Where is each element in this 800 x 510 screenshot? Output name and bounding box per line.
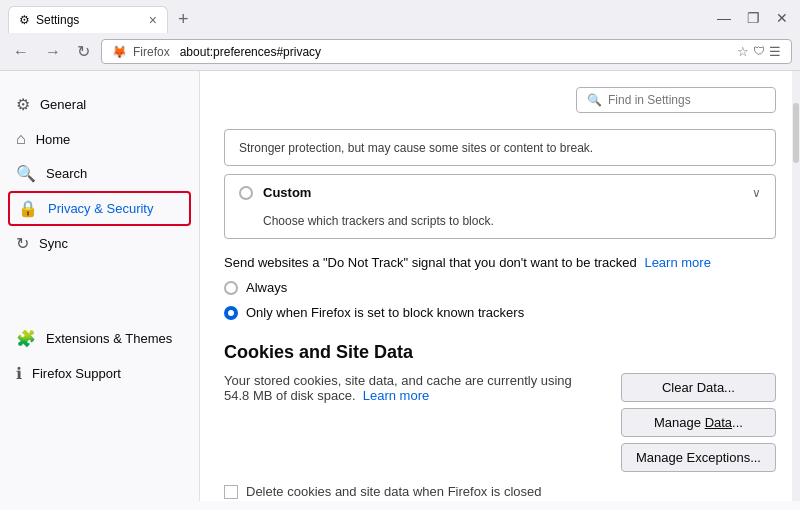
tab-icon: ⚙ (19, 13, 30, 27)
address-bar: 🦊 Firefox about:preferences#privacy ☆ 🛡 … (101, 39, 792, 64)
forward-button[interactable]: → (40, 40, 66, 64)
reload-button[interactable]: ↻ (72, 39, 95, 64)
tab-close-button[interactable]: × (149, 12, 157, 28)
delete-cookies-checkbox[interactable] (224, 485, 238, 499)
sidebar-item-sync[interactable]: ↻ Sync (0, 226, 199, 261)
menu-icon[interactable]: ☰ (769, 44, 781, 59)
sync-icon: ↻ (16, 234, 29, 253)
support-icon: ℹ (16, 364, 22, 383)
stronger-protection-text: Stronger protection, but may cause some … (239, 141, 593, 155)
sidebar-label-support: Firefox Support (32, 366, 121, 381)
custom-option-header[interactable]: Custom ∨ (225, 175, 775, 210)
settings-content: 🔍 Stronger protection, but may cause som… (200, 71, 800, 501)
settings-tab[interactable]: ⚙ Settings × (8, 6, 168, 33)
dnt-text-container: Send websites a "Do Not Track" signal th… (224, 255, 776, 270)
address-text: about:preferences#privacy (180, 45, 731, 59)
clear-data-button[interactable]: Clear Data... (621, 373, 776, 402)
sidebar-label-general: General (40, 97, 86, 112)
dnt-description: Send websites a "Do Not Track" signal th… (224, 255, 637, 270)
sidebar: ⚙ General ⌂ Home 🔍 Search 🔒 Privacy & Se… (0, 71, 200, 501)
firefox-logo-icon: 🦊 (112, 45, 127, 59)
cookies-section: Cookies and Site Data Your stored cookie… (224, 342, 776, 499)
delete-cookies-option[interactable]: Delete cookies and site data when Firefo… (224, 484, 776, 499)
lock-icon: 🔒 (18, 199, 38, 218)
clear-data-label: Clear Data... (662, 380, 735, 395)
manage-exceptions-button[interactable]: Manage Exceptions... (621, 443, 776, 472)
always-radio[interactable] (224, 281, 238, 295)
cookies-actions: Clear Data... Manage Data... Manage Exce… (621, 373, 776, 472)
scrollbar-thumb[interactable] (793, 103, 799, 163)
sidebar-item-privacy[interactable]: 🔒 Privacy & Security (8, 191, 191, 226)
custom-label: Custom (263, 185, 311, 200)
search-sidebar-icon: 🔍 (16, 164, 36, 183)
back-button[interactable]: ← (8, 40, 34, 64)
sidebar-label-sync: Sync (39, 236, 68, 251)
dnt-learn-more-link[interactable]: Learn more (644, 255, 710, 270)
find-input[interactable] (608, 93, 765, 107)
minimize-button[interactable]: — (713, 10, 735, 26)
scrollbar-track (792, 71, 800, 501)
sidebar-label-extensions: Extensions & Themes (46, 331, 172, 346)
tab-title: Settings (36, 13, 79, 27)
cookies-description: Your stored cookies, site data, and cach… (224, 373, 585, 403)
always-label: Always (246, 280, 287, 295)
sidebar-label-privacy: Privacy & Security (48, 201, 153, 216)
manage-data-button[interactable]: Manage Data... (621, 408, 776, 437)
sidebar-label-home: Home (36, 132, 71, 147)
sidebar-item-extensions[interactable]: 🧩 Extensions & Themes (0, 321, 199, 356)
custom-description: Choose which trackers and scripts to blo… (225, 210, 775, 238)
only-when-label: Only when Firefox is set to block known … (246, 305, 524, 320)
bookmark-icon[interactable]: ☆ (737, 44, 749, 59)
delete-cookies-label: Delete cookies and site data when Firefo… (246, 484, 542, 499)
sidebar-item-general[interactable]: ⚙ General (0, 87, 199, 122)
only-when-radio[interactable] (224, 306, 238, 320)
manage-data-text: Manage Data... (654, 415, 743, 430)
close-button[interactable]: ✕ (772, 10, 792, 26)
cookies-learn-more-link[interactable]: Learn more (363, 388, 429, 403)
dnt-section: Send websites a "Do Not Track" signal th… (224, 255, 776, 322)
sidebar-item-support[interactable]: ℹ Firefox Support (0, 356, 199, 391)
sidebar-item-search[interactable]: 🔍 Search (0, 156, 199, 191)
restore-button[interactable]: ❐ (743, 10, 764, 26)
sidebar-item-home[interactable]: ⌂ Home (0, 122, 199, 156)
extensions-icon: 🧩 (16, 329, 36, 348)
browser-label: Firefox (133, 45, 170, 59)
dnt-only-when-option[interactable]: Only when Firefox is set to block known … (224, 303, 776, 322)
custom-option-box: Custom ∨ Choose which trackers and scrip… (224, 174, 776, 239)
cookies-section-title: Cookies and Site Data (224, 342, 776, 363)
chevron-down-icon: ∨ (752, 186, 761, 200)
manage-exceptions-label: Manage Exceptions... (636, 450, 761, 465)
find-icon: 🔍 (587, 93, 602, 107)
new-tab-button[interactable]: + (172, 7, 195, 32)
stronger-protection-box: Stronger protection, but may cause some … (224, 129, 776, 166)
home-icon: ⌂ (16, 130, 26, 148)
find-input-container: 🔍 (576, 87, 776, 113)
find-bar: 🔍 (224, 87, 776, 113)
shield-icon[interactable]: 🛡 (753, 44, 765, 59)
gear-icon: ⚙ (16, 95, 30, 114)
custom-radio[interactable] (239, 186, 253, 200)
manage-data-label: Manage Data... (654, 415, 743, 430)
sidebar-label-search: Search (46, 166, 87, 181)
dnt-always-option[interactable]: Always (224, 278, 776, 297)
